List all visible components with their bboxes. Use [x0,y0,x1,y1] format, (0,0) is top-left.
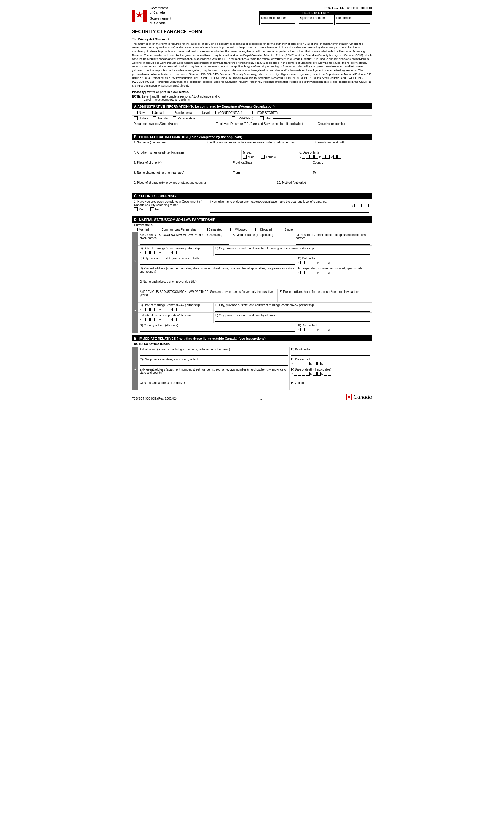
e-dy1[interactable] [293,362,297,365]
sex-male[interactable]: Male [243,155,254,159]
p1-gd2[interactable] [335,261,338,264]
p2-hy4[interactable] [313,328,316,331]
p1-fieldH-input[interactable] [139,274,295,278]
p2-ey2[interactable] [146,318,150,321]
checkbox-secret[interactable]: II (SECRET) [232,117,253,120]
given-names-input[interactable] [207,145,311,149]
checkbox-reactivation[interactable]: Re-activation [173,117,195,120]
name-change-input[interactable] [134,175,229,179]
divorced-checkbox[interactable]: Divorced [255,228,272,231]
checkbox-transfer[interactable]: Transfer [153,117,168,120]
dob-d1[interactable] [333,155,337,159]
screening-yes[interactable]: Yes [134,208,144,211]
p1-fieldF-input[interactable] [139,261,295,265]
employee-input[interactable] [216,126,315,130]
checkbox-upgrade[interactable]: Upgrade [149,111,165,115]
p2-hy1[interactable] [300,328,304,331]
p1-gy1[interactable] [300,261,304,264]
checkbox-upgrade-box[interactable] [149,111,153,115]
e-dd2[interactable] [328,362,332,365]
checkbox-new[interactable]: New [134,111,145,115]
p2-ey1[interactable] [142,318,146,321]
p1-m1[interactable] [162,251,165,254]
p2-hm1[interactable] [320,328,323,331]
checkbox-top-secret-box[interactable] [249,111,253,115]
p1-gy3[interactable] [309,261,312,264]
sex-male-box[interactable] [243,155,247,159]
separated-checkbox[interactable]: Separated [204,228,222,231]
province-input[interactable] [233,165,310,169]
dob-m2[interactable] [326,155,330,159]
p2-ed1[interactable] [172,318,176,321]
p2-fieldB-input[interactable] [279,294,370,298]
p1-fieldC-input[interactable] [295,241,370,245]
from-input[interactable] [233,175,310,179]
p1-iy3[interactable] [309,271,312,275]
p1-id1[interactable] [330,271,334,275]
p2-fieldF-input[interactable] [215,317,370,322]
checkbox-top-secret[interactable]: III (TOP SECRET) [249,111,278,115]
p1-y4[interactable] [154,251,158,254]
screening-y3[interactable] [361,204,365,208]
p2-cd1[interactable] [172,308,176,311]
p2-fieldG-input[interactable] [139,327,295,332]
surname-input[interactable] [134,145,203,149]
divorced-box[interactable] [255,228,259,231]
p1-iy1[interactable] [300,271,304,275]
p1-im1[interactable] [320,271,323,275]
screening-y4[interactable] [365,204,369,208]
p2-ed2[interactable] [177,318,180,321]
checkbox-update[interactable]: Update [134,117,148,120]
checkbox-secret-box[interactable] [232,117,235,120]
p1-fieldB-input[interactable] [232,237,292,241]
screening-no[interactable]: No [150,208,159,211]
e-fd2[interactable] [328,372,332,376]
checkbox-reactivation-box[interactable] [173,117,177,120]
p1-y3[interactable] [150,251,154,254]
e-fy3[interactable] [302,372,305,376]
birth-city-input[interactable] [134,165,229,169]
screening-y2[interactable] [358,204,361,208]
dept-input[interactable] [134,126,213,130]
p2-hd1[interactable] [330,328,334,331]
p2-cy1[interactable] [142,308,146,311]
e-fy2[interactable] [298,372,301,376]
checkbox-other-box[interactable] [260,117,263,120]
place-change-input[interactable] [134,185,274,189]
e-dm1[interactable] [313,362,317,365]
p2-em2[interactable] [166,318,169,321]
p1-y2[interactable] [146,251,150,254]
p2-hm2[interactable] [324,328,327,331]
to-input[interactable] [313,175,370,179]
p1-gy2[interactable] [305,261,308,264]
p1-iy2[interactable] [305,271,308,275]
family-name-birth-input[interactable] [315,145,370,149]
p2-fieldA-input[interactable] [139,297,276,301]
p1-y1[interactable] [142,251,146,254]
p2-hy3[interactable] [309,328,312,331]
p2-cy2[interactable] [146,308,150,311]
common-law-box[interactable] [157,228,160,231]
p1-fieldA-input[interactable] [139,241,229,245]
married-checkbox[interactable]: Married [134,228,149,231]
checkbox-update-box[interactable] [134,117,137,120]
nickname-input[interactable] [134,155,240,159]
country-input[interactable] [313,165,370,169]
e-fieldA-input[interactable] [139,352,288,356]
e-fm2[interactable] [317,372,321,376]
checkbox-confidential[interactable]: I (CONFIDENTIAL) [212,111,242,115]
e-fy4[interactable] [306,372,310,376]
checkbox-other[interactable]: other [260,117,291,120]
dob-y4[interactable] [314,155,318,159]
screening-yes-box[interactable] [134,208,137,211]
checkbox-confidential-box[interactable] [212,111,216,115]
p1-im2[interactable] [324,271,327,275]
org-number-input[interactable] [318,126,370,130]
p1-id2[interactable] [335,271,338,275]
p2-fieldD-input[interactable] [215,308,370,312]
common-law-checkbox[interactable]: Common-Law Partnership [157,228,196,231]
checkbox-new-box[interactable] [134,111,137,115]
e-fieldG-input[interactable] [139,385,288,389]
p1-iy4[interactable] [313,271,316,275]
e-fieldB-input[interactable] [291,352,370,356]
